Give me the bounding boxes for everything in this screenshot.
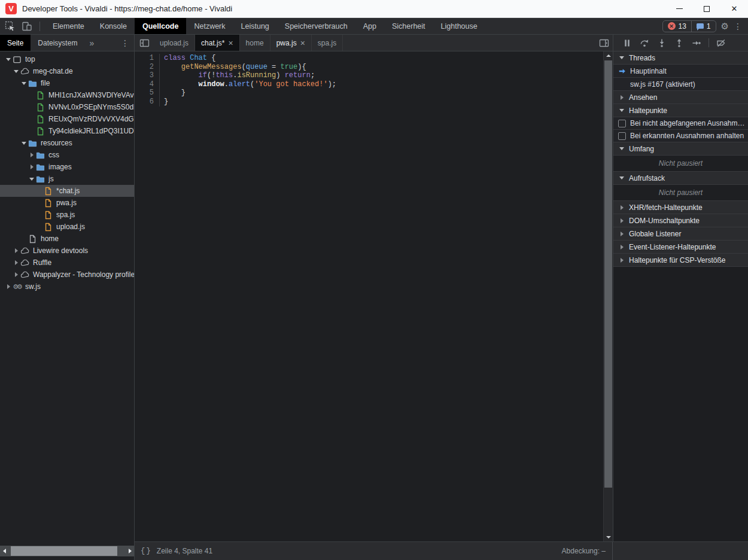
minimize-button[interactable] (665, 0, 693, 17)
line-number[interactable]: 5 (135, 89, 160, 98)
tab-close-icon[interactable]: × (300, 39, 305, 47)
section-umfang[interactable]: Umfang (613, 142, 748, 156)
maximize-button[interactable] (693, 0, 720, 17)
breakpoint-option-bei-nicht-abgefangenen-ausnahm[interactable]: Bei nicht abgefangenen Ausnahm… (613, 117, 748, 130)
tree-item-resources[interactable]: resources (0, 137, 134, 149)
step-icon[interactable] (691, 38, 702, 48)
editor-tab-home[interactable]: home (240, 35, 270, 51)
checkbox[interactable] (618, 120, 626, 127)
devtools-tab-konsole[interactable]: Konsole (92, 18, 135, 34)
breakpoint-option-bei-erkannten-ausnahmen-anhalten[interactable]: Bei erkannten Ausnahmen anhalten (613, 130, 748, 142)
code-editor[interactable]: 1class Chat {2 getNewMessages(queue = tr… (135, 51, 603, 541)
section-haltepunkte-f-r-csp-verst-e[interactable]: Haltepunkte für CSP-Verstöße (613, 254, 748, 267)
pause-script-icon[interactable] (622, 38, 633, 48)
toggle-navigator-icon[interactable] (135, 35, 154, 51)
checkbox[interactable] (618, 132, 626, 140)
tree-item-livewire-devtools[interactable]: Livewire devtools (0, 245, 134, 257)
scroll-down-icon[interactable] (604, 533, 613, 541)
scrollbar-thumb[interactable] (604, 60, 612, 488)
tab-close-icon[interactable]: × (228, 39, 233, 47)
step-into-icon[interactable] (656, 38, 667, 48)
inspect-element-icon[interactable] (4, 20, 17, 33)
issues-badge[interactable]: 1 (691, 21, 716, 32)
tree-item-images[interactable]: images (0, 161, 134, 173)
errors-badge[interactable]: ✕ 13 (663, 21, 691, 32)
devtools-tab-netzwerk[interactable]: Netzwerk (186, 18, 233, 34)
settings-gear-icon[interactable]: ⚙ (721, 21, 729, 32)
editor-tab-spa-js[interactable]: spa.js (312, 35, 343, 51)
section-haltepunkte[interactable]: Haltepunkte (613, 104, 748, 117)
devtools-tab-leistung[interactable]: Leistung (233, 18, 277, 34)
chevron-right-icon[interactable] (28, 165, 35, 169)
devtools-tab-elemente[interactable]: Elemente (45, 18, 92, 34)
chevron-down-icon[interactable] (20, 142, 28, 145)
step-out-icon[interactable] (674, 38, 685, 48)
devtools-tab-quellcode[interactable]: Quellcode (135, 18, 186, 34)
more-options-icon[interactable]: ⋮ (734, 22, 742, 31)
tree-item-ruffle[interactable]: Ruffle (0, 257, 134, 269)
navigator-tab-dateisystem[interactable]: Dateisystem (31, 35, 84, 51)
hscrollbar-thumb[interactable] (11, 546, 117, 556)
chevron-right-icon[interactable] (5, 284, 12, 289)
tree-item-chat-js[interactable]: *chat.js (0, 185, 134, 197)
scroll-right-icon[interactable] (126, 546, 134, 556)
navigator-tab-seite[interactable]: Seite (0, 35, 31, 51)
tree-item-top[interactable]: top (0, 53, 134, 65)
pretty-print-icon[interactable]: { } (141, 547, 151, 555)
tree-item-sw-js[interactable]: ⚙⚙sw.js (0, 281, 134, 293)
tree-item-reuxqmvzrdvvvxv4dgvjm[interactable]: REUxQmVzRDVvVXV4dGVJM (0, 113, 134, 125)
editor-tab-pwa-js[interactable]: pwa.js× (270, 35, 312, 51)
chevron-down-icon[interactable] (28, 178, 35, 181)
line-number[interactable]: 4 (135, 80, 160, 89)
section-aufrufstack[interactable]: Aufrufstack (613, 172, 748, 185)
thread-sw-js-167-aktiviert[interactable]: sw.js #167 (aktiviert) (613, 78, 748, 91)
sidebar-horizontal-scrollbar[interactable] (0, 546, 134, 556)
section-ansehen[interactable]: Ansehen (613, 91, 748, 104)
tree-item-file[interactable]: file (0, 77, 134, 89)
tree-item-meg-chat-de[interactable]: meg-chat.de (0, 65, 134, 77)
tree-item-pwa-js[interactable]: pwa.js (0, 197, 134, 209)
chevron-down-icon[interactable] (5, 58, 12, 61)
chevron-down-icon[interactable] (13, 70, 20, 73)
section-threads[interactable]: Threads (613, 51, 748, 65)
section-dom-umschaltpunkte[interactable]: DOM-Umschaltpunkte (613, 214, 748, 227)
chevron-right-icon[interactable] (13, 248, 20, 253)
navigator-menu-icon[interactable]: ⋮ (121, 38, 129, 48)
thread-hauptinhalt[interactable]: Hauptinhalt (613, 65, 748, 78)
devtools-tab-sicherheit[interactable]: Sicherheit (384, 18, 433, 34)
line-number[interactable]: 1 (135, 54, 160, 63)
line-number[interactable]: 6 (135, 98, 160, 106)
step-over-icon[interactable] (639, 38, 650, 48)
tree-item-ty94cldiekjrl1dpq3i1udvv[interactable]: Ty94cldiekJRL1dPQ3I1UDVV (0, 125, 134, 137)
device-toolbar-icon[interactable] (20, 20, 34, 33)
editor-vertical-scrollbar[interactable] (603, 51, 613, 541)
editor-tab-chat-js[interactable]: chat.js*× (195, 35, 240, 51)
devtools-tab-speicherverbrauch[interactable]: Speicherverbrauch (277, 18, 355, 34)
tree-item-upload-js[interactable]: upload.js (0, 221, 134, 233)
tree-item-home[interactable]: home (0, 233, 134, 245)
chevron-right-icon[interactable] (13, 272, 20, 277)
devtools-tab-lighthouse[interactable]: Lighthouse (433, 18, 485, 34)
tree-item-js[interactable]: js (0, 173, 134, 185)
tree-item-mhi1cnjxawn3vdlyevavq1[interactable]: MHI1cnJXaWN3VDlYeVAvQ1 (0, 89, 134, 101)
tree-item-css[interactable]: css (0, 149, 134, 161)
section-event-listener-haltepunkte[interactable]: Event-Listener-Haltepunkte (613, 241, 748, 254)
section-globale-listener[interactable]: Globale Listener (613, 227, 748, 241)
chevron-right-icon[interactable] (13, 260, 20, 265)
devtools-tab-app[interactable]: App (355, 18, 384, 34)
line-number[interactable]: 3 (135, 71, 160, 80)
chevron-right-icon[interactable] (28, 153, 35, 157)
scroll-up-icon[interactable] (604, 51, 613, 60)
chevron-down-icon[interactable] (20, 82, 28, 85)
section-xhr-fetch-haltepunkte[interactable]: XHR/fetch-Haltepunkte (613, 201, 748, 214)
tree-item-spa-js[interactable]: spa.js (0, 209, 134, 221)
tree-item-nvnvl0xpsepnyms5s0ddm[interactable]: NVNvL0xPSEpNYms5S0dDM (0, 101, 134, 113)
toggle-debugger-panel-icon[interactable] (599, 35, 609, 51)
deactivate-breakpoints-icon[interactable] (716, 38, 726, 48)
editor-tab-upload-js[interactable]: upload.js (154, 35, 195, 51)
line-number[interactable]: 2 (135, 63, 160, 72)
more-tabs-icon[interactable]: » (84, 35, 99, 51)
tree-item-wappalyzer-technology-profiler[interactable]: Wappalyzer - Technology profiler (0, 269, 134, 281)
scroll-left-icon[interactable] (0, 546, 8, 556)
close-button[interactable]: ✕ (720, 0, 748, 17)
